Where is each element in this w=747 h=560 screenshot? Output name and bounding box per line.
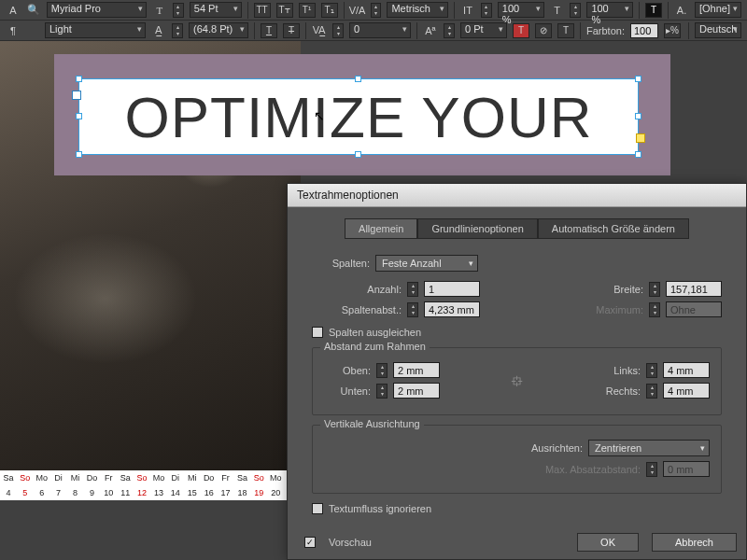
vscale-stepper[interactable]: ▴▾ bbox=[481, 3, 492, 18]
kerning-stepper[interactable]: ▴▾ bbox=[371, 3, 382, 18]
calendar-strip: SaSoMoDiMiDoFrSaSoMoDiMiDoFrSaSoMoDi 456… bbox=[0, 470, 301, 500]
selection-handle[interactable] bbox=[76, 113, 82, 119]
inset-group: Abstand zum Rahmen Oben: ▴▾ 2 mm Unten: … bbox=[312, 347, 722, 415]
font-family-select[interactable]: Myriad Pro bbox=[47, 2, 147, 18]
selection-handle[interactable] bbox=[76, 151, 82, 158]
hscale-select[interactable]: 100 % bbox=[586, 2, 633, 18]
para-panel-icon[interactable]: ¶ bbox=[6, 23, 21, 38]
calendar-day: So bbox=[17, 470, 34, 485]
baseline-select[interactable]: 0 Pt bbox=[460, 22, 507, 38]
inset-left-stepper[interactable]: ▴▾ bbox=[646, 363, 657, 378]
ignore-wrap-checkbox[interactable] bbox=[312, 503, 323, 514]
font-size-icon: T bbox=[152, 3, 167, 18]
valign-legend: Vertikale Ausrichtung bbox=[320, 418, 424, 429]
column-gutter-stepper[interactable]: ▴▾ bbox=[407, 302, 418, 317]
inset-legend: Abstand zum Rahmen bbox=[320, 341, 430, 352]
headline-textframe[interactable]: OPTIMIZE YOUR bbox=[78, 78, 639, 155]
underline-button[interactable]: T bbox=[261, 23, 277, 38]
leading-stepper[interactable]: ▴▾ bbox=[172, 23, 183, 38]
ok-button[interactable]: OK bbox=[577, 533, 639, 552]
column-width-stepper[interactable]: ▴▾ bbox=[649, 282, 660, 297]
calendar-day: Fr bbox=[218, 470, 234, 485]
columns-label: Spalten: bbox=[312, 258, 370, 269]
calendar-date: 10 bbox=[100, 485, 117, 500]
charstyle-select[interactable]: [Ohne] bbox=[695, 2, 741, 18]
kerning-select[interactable]: Metrisch bbox=[387, 2, 448, 18]
tracking-icon: VA̲ bbox=[312, 23, 327, 38]
type-on-path-button[interactable]: T bbox=[557, 23, 574, 38]
inset-right-stepper[interactable]: ▴▾ bbox=[646, 384, 657, 399]
text-outport-overset[interactable] bbox=[636, 133, 645, 143]
selection-handle[interactable] bbox=[635, 113, 641, 119]
inset-bottom-label: Unten: bbox=[324, 385, 371, 397]
inset-link-icon[interactable]: ⯐ bbox=[511, 373, 524, 388]
inset-top-label: Oben: bbox=[324, 365, 371, 376]
stroke-swatch[interactable]: T bbox=[513, 23, 529, 38]
tab-baseline[interactable]: Grundlinienoptionen bbox=[417, 218, 537, 239]
calendar-date: 5 bbox=[17, 485, 34, 500]
selection-handle[interactable] bbox=[355, 151, 361, 158]
superscript-button[interactable]: T¹ bbox=[299, 3, 316, 18]
calendar-day: Di bbox=[167, 470, 184, 485]
inset-right-field[interactable]: 4 mm bbox=[663, 383, 710, 399]
cancel-button[interactable]: Abbrech bbox=[652, 533, 737, 552]
farbton-field[interactable]: 100 bbox=[630, 23, 658, 38]
calendar-day-numbers: 456789101112131415161718192021 bbox=[0, 485, 301, 500]
font-size-select[interactable]: 54 Pt bbox=[190, 2, 242, 18]
calendar-day: Sa bbox=[0, 470, 17, 485]
inset-left-field[interactable]: 4 mm bbox=[663, 362, 710, 378]
inset-bottom-stepper[interactable]: ▴▾ bbox=[376, 384, 388, 399]
hscale-stepper[interactable]: ▴▾ bbox=[570, 3, 581, 18]
calendar-date: 18 bbox=[233, 485, 250, 500]
no-break-button[interactable]: ⊘ bbox=[535, 23, 552, 38]
column-max-label: Maximum: bbox=[587, 304, 643, 315]
font-size-stepper[interactable]: ▴▾ bbox=[173, 3, 184, 18]
hscale-icon: T bbox=[550, 3, 565, 18]
selection-handle[interactable] bbox=[635, 76, 641, 82]
column-count-field[interactable]: 1 bbox=[424, 281, 480, 297]
selection-handle[interactable] bbox=[355, 76, 361, 82]
valign-align-dropdown[interactable]: Zentrieren bbox=[588, 440, 710, 456]
calendar-day: Mo bbox=[267, 470, 284, 485]
char-panel-icon[interactable]: A bbox=[6, 3, 21, 18]
dialog-tabs: Allgemein Grundlinienoptionen Automatisc… bbox=[288, 218, 746, 239]
valign-maxpara-stepper: ▴▾ bbox=[646, 462, 657, 477]
inset-bottom-field[interactable]: 2 mm bbox=[393, 383, 440, 399]
smallcaps-button[interactable]: Tᴛ bbox=[276, 3, 293, 18]
calendar-date: 19 bbox=[250, 485, 267, 500]
tracking-stepper[interactable]: ▴▾ bbox=[332, 23, 344, 38]
subscript-button[interactable]: T₁ bbox=[321, 3, 338, 18]
ignore-wrap-label: Textumfluss ignorieren bbox=[329, 503, 431, 514]
dialog-titlebar[interactable]: Textrahmenoptionen bbox=[288, 184, 746, 207]
allcaps-button[interactable]: TT bbox=[254, 3, 271, 18]
tracking-select[interactable]: 0 bbox=[349, 22, 411, 38]
farbton-menu[interactable]: ▸% bbox=[664, 23, 681, 38]
column-width-field[interactable]: 157,181 bbox=[666, 281, 722, 297]
column-gutter-field[interactable]: 4,233 mm bbox=[424, 301, 480, 317]
fill-swatch[interactable]: T bbox=[645, 3, 662, 18]
selection-handle[interactable] bbox=[635, 151, 641, 158]
baseline-stepper[interactable]: ▴▾ bbox=[444, 23, 455, 38]
tab-general[interactable]: Allgemein bbox=[345, 218, 417, 239]
tab-autosize[interactable]: Automatisch Größe ändern bbox=[538, 218, 689, 239]
strike-button[interactable]: T bbox=[283, 23, 300, 38]
calendar-day: So bbox=[250, 470, 267, 485]
leading-select[interactable]: (64.8 Pt) bbox=[189, 22, 248, 38]
headline-text[interactable]: OPTIMIZE YOUR bbox=[124, 84, 592, 150]
inset-top-stepper[interactable]: ▴▾ bbox=[376, 363, 388, 378]
vscale-select[interactable]: 100 % bbox=[498, 2, 544, 18]
calendar-date: 9 bbox=[83, 485, 100, 500]
calendar-day: Mi bbox=[184, 470, 201, 485]
font-style-select[interactable]: Light bbox=[45, 22, 146, 38]
column-mode-dropdown[interactable]: Feste Anzahl bbox=[375, 255, 478, 272]
inset-top-field[interactable]: 2 mm bbox=[393, 362, 440, 378]
column-count-stepper[interactable]: ▴▾ bbox=[407, 282, 418, 297]
preview-checkbox[interactable]: ✓ bbox=[304, 537, 316, 548]
valign-align-label: Ausrichten: bbox=[531, 442, 583, 454]
search-icon[interactable]: 🔍 bbox=[26, 3, 41, 18]
calendar-day: Mo bbox=[34, 470, 50, 485]
text-inport[interactable] bbox=[72, 91, 81, 100]
balance-columns-checkbox[interactable] bbox=[312, 327, 323, 338]
language-select[interactable]: Deutsch bbox=[695, 22, 741, 38]
selection-handle[interactable] bbox=[76, 76, 82, 82]
